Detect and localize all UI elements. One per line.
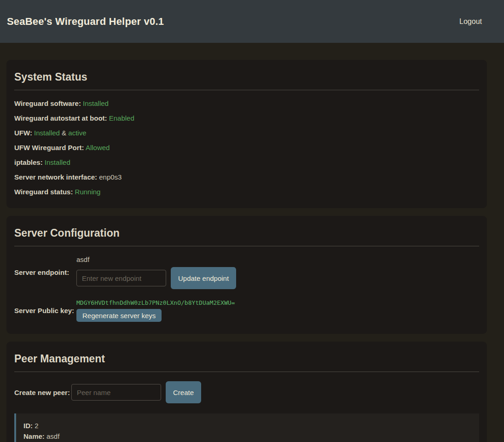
peer-management-title: Peer Management xyxy=(14,353,479,365)
create-peer-button[interactable]: Create xyxy=(166,381,201,403)
server-endpoint-row: Server endpoint: asdf Update endpoint xyxy=(14,256,479,289)
status-row-ufw-wireguard-port: UFW Wireguard Port: Allowed xyxy=(14,144,479,152)
system-status-card: System Status Wireguard software: Instal… xyxy=(6,60,487,208)
status-value: Allowed xyxy=(86,144,110,151)
status-row-wireguard-status: Wireguard status: Running xyxy=(14,188,479,196)
peer-name-input[interactable] xyxy=(71,384,161,401)
status-row-ufw: UFW: Installed & active xyxy=(14,129,479,137)
status-value: Installed xyxy=(34,129,60,137)
server-configuration-card: Server Configuration Server endpoint: as… xyxy=(6,216,487,334)
peer-name-line: Name: asdf xyxy=(23,431,472,442)
status-value: enp0s3 xyxy=(99,173,122,181)
app-header: SeaBee's Wireguard Helper v0.1 Logout xyxy=(0,0,504,43)
logout-link[interactable]: Logout xyxy=(459,17,482,26)
server-endpoint-label: Server endpoint: xyxy=(14,268,76,276)
app-title: SeaBee's Wireguard Helper v0.1 xyxy=(7,16,164,28)
status-value: Installed xyxy=(45,158,70,166)
status-label: Server network interface: xyxy=(14,173,97,181)
status-label: UFW: xyxy=(14,129,32,137)
status-value-separator: & xyxy=(62,129,66,137)
regenerate-server-keys-button[interactable]: Regenerate server keys xyxy=(76,309,162,322)
server-public-key-label: Server Public key: xyxy=(14,307,76,314)
peer-id-value: 2 xyxy=(35,422,38,430)
status-row-wireguard-autostart: Wireguard autostart at boot: Enabled xyxy=(14,114,479,122)
peer-name-value: asdf xyxy=(46,432,59,440)
section-divider xyxy=(14,246,479,246)
server-public-key-row: Server Public key: MDGY6HVDtfhnDdhW0zLb7… xyxy=(14,299,479,322)
status-row-wireguard-software: Wireguard software: Installed xyxy=(14,99,479,108)
server-configuration-title: Server Configuration xyxy=(14,227,479,239)
server-public-key-value: MDGY6HVDtfhnDdhW0zLb7PNz0LXnO/b8YtDUaM2E… xyxy=(76,299,235,306)
endpoint-input[interactable] xyxy=(76,270,166,286)
create-peer-label: Create new peer: xyxy=(14,389,71,396)
update-endpoint-button[interactable]: Update endpoint xyxy=(171,267,236,289)
status-value: Running xyxy=(75,188,101,196)
status-label: UFW Wireguard Port: xyxy=(14,144,84,151)
status-label: iptables: xyxy=(14,158,43,166)
section-divider xyxy=(14,372,479,372)
system-status-title: System Status xyxy=(14,71,479,83)
status-value: Enabled xyxy=(109,114,134,122)
main-content: System Status Wireguard software: Instal… xyxy=(0,43,504,442)
peer-name-label: Name: xyxy=(23,432,45,440)
status-label: Wireguard software: xyxy=(14,99,81,107)
status-value: Installed xyxy=(83,99,109,107)
server-endpoint-input-row: Update endpoint xyxy=(76,267,236,289)
section-divider xyxy=(14,90,479,90)
status-row-iptables: iptables: Installed xyxy=(14,158,479,167)
peer-entry: ID: 2 Name: asdf Public Key: ckyOHj5Bk87… xyxy=(14,413,479,442)
status-label: Wireguard autostart at boot: xyxy=(14,114,107,122)
peer-id-line: ID: 2 xyxy=(23,420,472,431)
status-value: active xyxy=(68,129,86,137)
status-label: Wireguard status: xyxy=(14,188,73,196)
peer-management-card: Peer Management Create new peer: Create … xyxy=(6,342,487,442)
server-endpoint-content: asdf Update endpoint xyxy=(76,256,236,289)
create-peer-row: Create new peer: Create xyxy=(14,381,479,403)
create-peer-input-row: Create xyxy=(71,381,201,403)
server-endpoint-current-value: asdf xyxy=(76,256,236,263)
status-row-network-interface: Server network interface: enp0s3 xyxy=(14,173,479,181)
server-public-key-content: MDGY6HVDtfhnDdhW0zLb7PNz0LXnO/b8YtDUaM2E… xyxy=(76,299,235,322)
peer-id-label: ID: xyxy=(23,422,33,430)
